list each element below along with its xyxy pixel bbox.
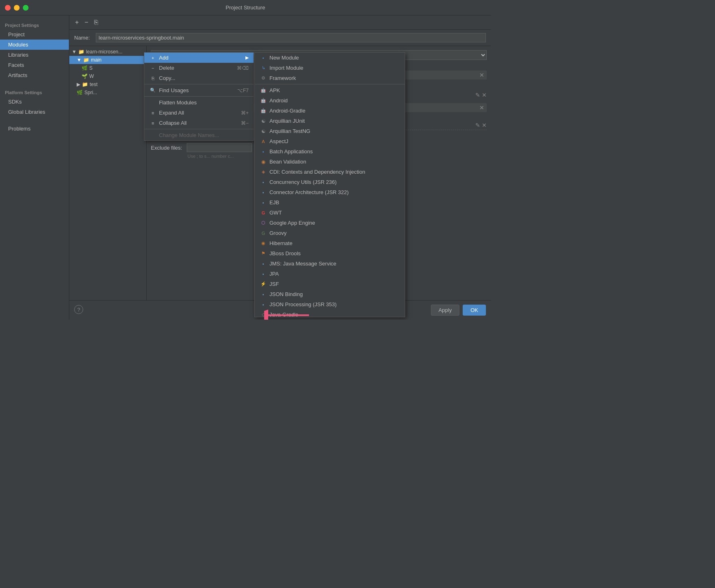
leaf-icon-spring: 🌿: [77, 90, 83, 95]
ctx-item-copy[interactable]: ⎘ Copy...: [144, 73, 254, 83]
help-button[interactable]: ?: [74, 305, 83, 314]
sidebar-item-facets[interactable]: Facets: [0, 60, 69, 70]
ctx-android-gradle-label: Android-Gradle: [269, 108, 305, 114]
tree-item-test[interactable]: ▶ 📁 test: [69, 80, 146, 88]
android-gradle-icon: 🤖: [260, 108, 267, 113]
ctx-android-label: Android: [269, 97, 288, 104]
tree-item-s[interactable]: 🌿 S: [69, 64, 146, 72]
ctx-framework-label: Framework: [269, 75, 296, 81]
resource-root-close[interactable]: ✕: [479, 104, 484, 111]
copy-button[interactable]: ⎘: [93, 18, 100, 27]
sidebar-item-artifacts[interactable]: Artifacts: [0, 70, 69, 80]
close-resource-btn[interactable]: ✕: [482, 122, 487, 128]
tree-item-label-s: S: [89, 65, 93, 71]
ctx-item-collapse-all[interactable]: ≡ Collapse All ⌘−: [144, 118, 254, 128]
ctx-hibernate-label: Hibernate: [269, 240, 292, 246]
sidebar-item-global-libraries[interactable]: Global Libraries: [0, 107, 69, 117]
sidebar-item-project[interactable]: Project: [0, 29, 69, 40]
ctx-item-json-binding[interactable]: ▪ JSON Binding: [255, 289, 405, 299]
tree-panel: ▼ 📁 learn-microsen... ▼ 📁 main 🌿 S 🌱 W: [69, 46, 147, 300]
ctx-item-android[interactable]: 🤖 Android: [255, 95, 405, 106]
source-root-close[interactable]: ✕: [479, 72, 484, 78]
groovy-icon: G: [260, 231, 267, 236]
json-processing-icon: ▪: [260, 302, 267, 307]
jms-icon: ▪: [260, 261, 267, 266]
sidebar-item-problems[interactable]: Problems: [0, 124, 69, 134]
exclude-label: Exclude files:: [151, 145, 183, 151]
ctx-item-jboss-drools[interactable]: ⚑ JBoss Drools: [255, 248, 405, 259]
ctx-item-import-module[interactable]: ↳ Import Module: [255, 63, 405, 73]
arquillian-testng-icon: ☯: [260, 128, 267, 134]
ctx-item-flatten[interactable]: Flatten Modules: [144, 97, 254, 108]
ctx-item-ejb[interactable]: ▪ EJB: [255, 197, 405, 208]
ctx-item-hibernate[interactable]: ◉ Hibernate: [255, 238, 405, 248]
close-source-btn[interactable]: ✕: [482, 92, 487, 98]
copy-icon: ⎘: [149, 76, 157, 81]
ctx-item-android-gradle[interactable]: 🤖 Android-Gradle: [255, 106, 405, 116]
minimize-button[interactable]: [14, 5, 20, 11]
tree-item-root[interactable]: ▼ 📁 learn-microsen...: [69, 48, 146, 56]
ctx-item-apk[interactable]: 🤖 APK: [255, 85, 405, 95]
name-input[interactable]: [96, 33, 486, 42]
ctx-sep-2: [144, 96, 254, 97]
add-button[interactable]: +: [73, 18, 80, 27]
ok-button[interactable]: OK: [463, 305, 486, 316]
ctx-arquillian-junit-label: Arquillian JUnit: [269, 118, 305, 124]
ctx-item-connector-arch[interactable]: ▪ Connector Architecture (JSR 322): [255, 187, 405, 197]
submenu-arrow: ▶: [245, 55, 249, 60]
ctx-find-usages-label: Find Usages: [159, 87, 189, 93]
tree-item-spring[interactable]: 🌿 Spri...: [69, 88, 146, 97]
tree-item-main[interactable]: ▼ 📁 main: [69, 56, 146, 64]
tree-item-w[interactable]: 🌱 W: [69, 72, 146, 80]
exclude-input[interactable]: [187, 143, 252, 152]
ctx-item-java-gradle[interactable]: ◇ Java-Gradle: [255, 309, 405, 317]
ctx-item-batch-applications[interactable]: ▪ Batch Applications: [255, 146, 405, 157]
remove-button[interactable]: −: [83, 18, 90, 27]
sidebar-item-sdks[interactable]: SDKs: [0, 97, 69, 107]
delete-shortcut: ⌘⌫: [237, 65, 249, 71]
ctx-copy-label: Copy...: [159, 75, 175, 81]
edit-resource-btn[interactable]: ✎: [475, 122, 480, 128]
ctx-item-arquillian-testng[interactable]: ☯ Arquillian TestNG: [255, 126, 405, 136]
ctx-item-expand-all[interactable]: ≡ Expand All ⌘+: [144, 108, 254, 118]
ctx-item-jpa[interactable]: ▪ JPA: [255, 269, 405, 279]
ctx-item-change-names: Change Module Names...: [144, 130, 254, 140]
collapse-icon: ≡: [149, 121, 157, 126]
ctx-item-gae[interactable]: ⬡ Google App Engine: [255, 218, 405, 228]
ctx-item-json-processing[interactable]: ▪ JSON Processing (JSR 353): [255, 299, 405, 309]
title-bar: Project Structure: [0, 0, 491, 15]
ctx-item-concurrency-utils[interactable]: ▪ Concurrency Utils (JSR 236): [255, 177, 405, 187]
content-area: + − ⎘ Name: ▼ 📁 learn-microsen... ▼ 📁: [69, 15, 491, 320]
ctx-item-arquillian-junit[interactable]: ☯ Arquillian JUnit: [255, 116, 405, 126]
close-button[interactable]: [5, 5, 11, 11]
edit-source-btn[interactable]: ✎: [475, 92, 480, 98]
import-module-icon: ↳: [260, 65, 267, 71]
add-icon: +: [149, 55, 157, 60]
ctx-item-delete[interactable]: − Delete ⌘⌫: [144, 63, 254, 73]
ctx-item-gwt[interactable]: G GWT: [255, 208, 405, 218]
ctx-item-jsf[interactable]: ⚡ JSF: [255, 279, 405, 289]
ctx-item-framework[interactable]: ⚙ Framework: [255, 73, 405, 83]
ctx-item-add[interactable]: + Add ▶: [144, 53, 254, 63]
ctx-item-aspectj[interactable]: A AspectJ: [255, 136, 405, 146]
jboss-icon: ⚑: [260, 251, 267, 256]
maximize-button[interactable]: [23, 5, 29, 11]
ctx-item-jms[interactable]: ▪ JMS: Java Message Service: [255, 259, 405, 269]
folder-icon-3: 📁: [82, 82, 88, 87]
sidebar-item-libraries[interactable]: Libraries: [0, 50, 69, 60]
ctx-submenu-sep: [255, 84, 405, 84]
ctx-batch-label: Batch Applications: [269, 148, 313, 155]
ctx-item-cdi[interactable]: ◈ CDI: Contexts and Dependency Injection: [255, 167, 405, 177]
ctx-gae-label: Google App Engine: [269, 220, 315, 226]
leaf-icon-s: 🌿: [82, 65, 88, 71]
ctx-item-find-usages[interactable]: 🔍 Find Usages ⌥F7: [144, 85, 254, 95]
ctx-item-new-module[interactable]: ▪ New Module: [255, 53, 405, 63]
gae-icon: ⬡: [260, 220, 267, 225]
apply-button[interactable]: Apply: [431, 305, 460, 316]
batch-icon: ▪: [260, 149, 267, 154]
ctx-item-groovy[interactable]: G Groovy: [255, 228, 405, 238]
cdi-icon: ◈: [260, 169, 267, 175]
aspectj-icon: A: [260, 139, 267, 144]
sidebar-item-modules[interactable]: Modules: [0, 40, 69, 50]
ctx-item-bean-validation[interactable]: ◉ Bean Validation: [255, 157, 405, 167]
